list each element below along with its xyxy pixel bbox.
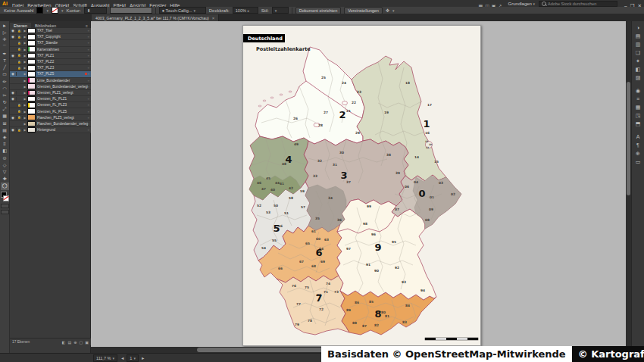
drawing-mode-toggle[interactable]	[1, 210, 9, 214]
target-circle-icon[interactable]: ○	[88, 35, 89, 39]
layer-name[interactable]: TXT_Titel	[37, 29, 88, 33]
visibility-eye-icon[interactable]: ◉	[10, 35, 17, 39]
target-circle-icon[interactable]: ○	[88, 48, 89, 51]
layer-row[interactable]: 🔒▶TXT_Staedte○	[10, 40, 91, 46]
fill-color-swatch[interactable]	[36, 7, 43, 14]
tool-11[interactable]: ↻	[1, 99, 9, 106]
layer-name[interactable]: TXT_Staedte	[37, 41, 88, 45]
scrollbar-thumb[interactable]	[627, 82, 630, 195]
layer-name[interactable]: Grenzen_PLZ1_verlegt	[37, 91, 88, 95]
lock-icon[interactable]: 🔒	[17, 104, 23, 107]
arrange-icon[interactable]: ✥	[386, 8, 389, 13]
vertical-scrollbar[interactable]	[626, 21, 631, 347]
layer-name[interactable]: Kartenrahmen	[37, 48, 88, 51]
layer-name[interactable]: Flaechen_PLZ5_verlegt	[37, 116, 88, 120]
layer-row[interactable]: ◉▶Grenzen_FL_PLZ1○	[10, 96, 91, 102]
tool-14[interactable]: ⊞	[1, 120, 9, 127]
layer-name[interactable]: TXT_PLZ3	[37, 66, 88, 70]
layer-name[interactable]: TXT_Copyright	[37, 35, 88, 39]
lock-icon[interactable]: 🔒	[17, 110, 23, 113]
canvas-pasteboard[interactable]: 2524232221272628291817191614153031323337…	[91, 21, 626, 347]
visibility-eye-icon[interactable]: ◉	[10, 54, 17, 58]
tool-22[interactable]: ✚	[1, 176, 9, 183]
target-circle-icon[interactable]: ○	[88, 54, 89, 58]
tool-23[interactable]: ◯	[1, 183, 9, 189]
layer-row[interactable]: ◉🔒▶Hintergrund○	[10, 127, 91, 133]
collapsed-panel-icon[interactable]: ⊕	[633, 149, 643, 158]
layer-name[interactable]: TXT_PLZ1	[37, 54, 88, 58]
visibility-eye-icon[interactable]: ◉	[10, 128, 17, 132]
plz-zone-2[interactable]	[255, 47, 364, 145]
tool-7[interactable]: ▭	[1, 71, 9, 78]
lock-icon[interactable]: 🔒	[17, 30, 23, 33]
layer-row[interactable]: ◉▶TXT_PLZ5○	[10, 71, 91, 77]
document-tab[interactable]: 4003_Germany_PLZ_1_2_3_5.ai* bei 111,7 %…	[92, 14, 219, 21]
tool-2[interactable]: ✛	[1, 36, 9, 43]
collapsed-panel-icon[interactable]: ❏	[633, 48, 643, 57]
collapsed-panel-icon[interactable]: ⬒	[633, 120, 643, 128]
layer-row[interactable]: 🔒▶Grenzen_FL_PLZ5○	[10, 108, 91, 114]
layer-name[interactable]: Hintergrund	[37, 128, 88, 132]
tool-16[interactable]: ◈	[1, 134, 9, 141]
collapsed-panel-icon[interactable]: ▥	[633, 40, 643, 48]
layer-row[interactable]: ▶Linie_Bundeslaender○	[10, 78, 91, 84]
layer-name[interactable]: TXT_PLZ2	[37, 60, 88, 64]
target-circle-icon[interactable]: ○	[88, 103, 89, 107]
preferences-button[interactable]: Voreinstellungen	[344, 7, 383, 14]
collapsed-panel-icon[interactable]: ≡	[633, 95, 643, 103]
collapsed-panel-icon[interactable]: ◧	[633, 65, 643, 73]
visibility-eye-icon[interactable]: ◉	[10, 29, 17, 33]
collapsed-panel-icon[interactable]: ▨	[633, 73, 643, 82]
target-circle-icon[interactable]: ○	[88, 122, 89, 126]
visibility-eye-icon[interactable]: ◉	[10, 72, 17, 76]
opacity-dropdown[interactable]: 100%▸	[233, 7, 258, 14]
workspace-switcher[interactable]: Grundlagen ▾	[508, 2, 536, 6]
layers-footer-icon[interactable]: ▢	[80, 340, 83, 345]
artboard[interactable]: 2524232221272628291817191614153031323337…	[242, 25, 481, 346]
lock-icon[interactable]: 🔒	[17, 48, 23, 51]
layer-row[interactable]: ◉🔒▶Flaechen_PLZ5_verlegt○	[10, 115, 91, 121]
layer-row[interactable]: ▶Flaechen_Bundeslaender_verlegt○	[10, 121, 91, 127]
brush-dropdown[interactable]: ● Touch-Callig...▾	[159, 7, 206, 14]
target-circle-icon[interactable]: ○	[88, 41, 89, 45]
tool-19[interactable]: ⊙	[1, 155, 9, 162]
tool-0[interactable]: ►	[1, 23, 9, 30]
collapsed-panel-icon[interactable]: ▦	[633, 103, 643, 111]
tool-4[interactable]: ✒	[1, 51, 9, 58]
target-circle-icon[interactable]: ○	[88, 66, 89, 70]
tool-8[interactable]: ✏	[1, 79, 9, 86]
layers-footer-icon[interactable]: ⊕	[73, 340, 77, 345]
layer-row[interactable]: ◉▶Grenzen_PLZ1_verlegt○	[10, 90, 91, 96]
zoom-level-dropdown[interactable]: 111,7 % ▾	[93, 354, 117, 362]
lock-icon[interactable]: 🔒	[17, 36, 23, 39]
prev-artboard-icon[interactable]: ◄	[120, 356, 124, 360]
tool-5[interactable]: T	[1, 58, 9, 64]
drawing-mode-toggle[interactable]	[1, 204, 9, 208]
stock-search-input[interactable]: Adobe Stock durchsuchen	[539, 1, 617, 7]
collapsed-panel-icon[interactable]: A	[633, 133, 643, 141]
stroke-color-swatch[interactable]	[52, 7, 58, 14]
tool-1[interactable]: ▷	[1, 30, 9, 36]
layer-row[interactable]: ◉🔒▶TXT_Copyright○	[10, 34, 91, 40]
tool-20[interactable]: ◇	[1, 162, 9, 169]
width-profile-dropdown[interactable]	[110, 7, 152, 14]
layer-row[interactable]: ◉🔒▶TXT_PLZ1○	[10, 53, 91, 59]
lock-icon[interactable]: 🔒	[17, 67, 23, 70]
layer-name[interactable]: Grenzen_Bundeslaender_verlegt	[37, 85, 88, 89]
target-circle-icon[interactable]: ○	[88, 128, 89, 132]
next-artboard-icon[interactable]: ►	[141, 356, 145, 360]
tool-13[interactable]: ▦	[1, 113, 9, 120]
collapsed-panel-icon[interactable]: ▭	[633, 158, 643, 166]
layer-name[interactable]: Grenzen_FL_PLZ5	[37, 110, 88, 114]
document-setup-button[interactable]: Dokument einrichten	[295, 7, 341, 14]
close-icon[interactable]: ×	[212, 16, 215, 20]
artboard-number-dropdown[interactable]: 1 ▾	[127, 354, 139, 362]
tool-18[interactable]: ◧	[1, 148, 9, 154]
fill-stroke-swatches[interactable]	[1, 192, 9, 202]
layer-name[interactable]: Flaechen_Bundeslaender_verlegt	[37, 122, 88, 126]
layer-row[interactable]: 🔒▶TXT_PLZ3○	[10, 65, 91, 71]
target-circle-icon[interactable]: ○	[88, 85, 89, 89]
lock-icon[interactable]: 🔒	[17, 54, 23, 57]
target-circle-icon[interactable]: ○	[88, 29, 89, 33]
style-dropdown[interactable]: ▾	[272, 7, 289, 14]
